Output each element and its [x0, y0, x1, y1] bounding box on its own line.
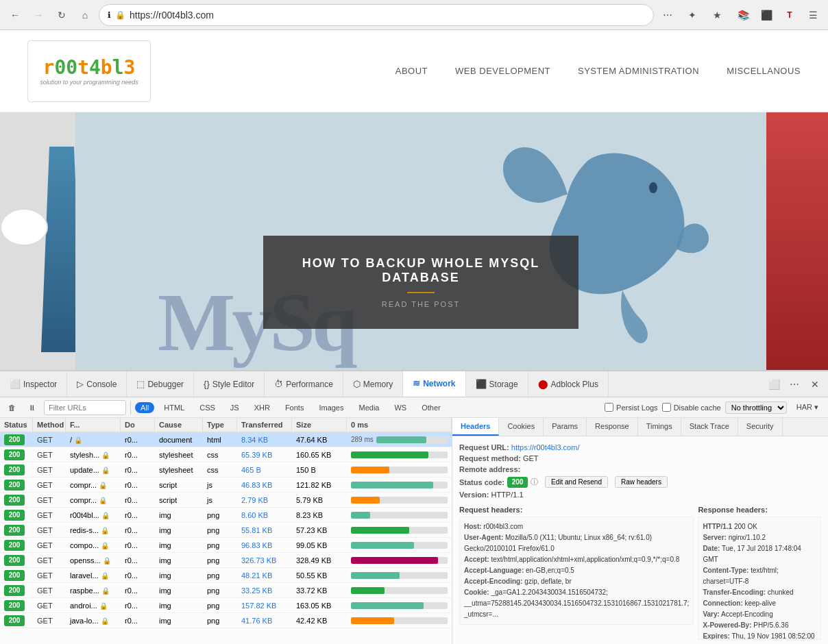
hero-overlay: HOW TO BACKUP WHOLE MYSQL DATABASE READ … — [263, 236, 579, 329]
detail-tab-security[interactable]: Security — [738, 418, 783, 436]
detail-tab-response[interactable]: Response — [587, 418, 638, 436]
table-row[interactable]: 200 GET compo... 🔒 r0... img png 96.83 K… — [0, 538, 452, 553]
col-header-method[interactable]: Method — [33, 418, 66, 432]
tab-performance[interactable]: ⏱ Performance — [265, 371, 343, 397]
disable-cache-label[interactable]: Disable cache — [662, 403, 721, 412]
pause-button[interactable]: ⏸ — [24, 402, 40, 413]
persist-logs-checkbox[interactable] — [605, 403, 613, 412]
throttle-select[interactable]: No throttling — [725, 401, 787, 414]
request-header-item: Accept: text/html,application/xhtml+xml,… — [464, 554, 689, 565]
persist-logs-label[interactable]: Persist Logs — [605, 403, 658, 412]
filter-all[interactable]: All — [135, 402, 154, 413]
tab-network[interactable]: ≋ Network — [403, 371, 465, 397]
bookmark-star[interactable]: ★ — [707, 5, 727, 25]
memory-icon: ⬡ — [353, 379, 361, 389]
status-info-icon[interactable]: ⓘ — [531, 477, 538, 487]
filter-ws[interactable]: WS — [389, 402, 412, 413]
filter-media[interactable]: Media — [353, 402, 385, 413]
tab-memory[interactable]: ⬡ Memory — [343, 371, 403, 397]
table-row[interactable]: 200 GET stylesh... 🔒 r0... stylesheet cs… — [0, 447, 452, 462]
performance-label: Performance — [286, 380, 333, 389]
detail-tab-cookies[interactable]: Cookies — [499, 418, 544, 436]
back-button[interactable]: ← — [5, 5, 25, 25]
tab-adblock[interactable]: ⬤ Adblock Plus — [528, 371, 609, 397]
table-row[interactable]: 200 GET raspbe... 🔒 r0... img png 33.25 … — [0, 583, 452, 598]
tab-storage[interactable]: ⬛ Storage — [466, 371, 528, 397]
site-nav: r00t4bl3 solution to your programming ne… — [0, 30, 828, 112]
clear-button[interactable]: 🗑 — [4, 402, 20, 413]
tab-debugger[interactable]: ⬚ Debugger — [127, 371, 194, 397]
nav-misc[interactable]: MISCELLANOUS — [727, 66, 801, 76]
col-header-transferred[interactable]: Transferred — [237, 418, 292, 432]
har-button[interactable]: HAR ▾ — [791, 401, 824, 413]
toolbar-divider — [130, 401, 131, 414]
tab-console[interactable]: ▷ Console — [67, 371, 127, 397]
nav-sysadmin[interactable]: SYSTEM ADMINISTRATION — [578, 66, 699, 76]
nav-about[interactable]: ABOUT — [395, 66, 428, 76]
table-row[interactable]: 200 GET update... 🔒 r0... stylesheet css… — [0, 462, 452, 478]
detail-tab-stack-trace[interactable]: Stack Trace — [681, 418, 738, 436]
table-row[interactable]: 200 GET compr... 🔒 r0... script js 46.83… — [0, 478, 452, 493]
style-editor-icon: {} — [204, 379, 210, 389]
sidebar-button[interactable]: ⬛ — [757, 5, 776, 25]
inspector-icon: ⬜ — [10, 379, 21, 389]
detail-tab-headers[interactable]: Headers — [452, 418, 499, 436]
raw-headers-button[interactable]: Raw headers — [615, 476, 668, 488]
home-button[interactable]: ⌂ — [75, 5, 95, 25]
col-header-time[interactable]: 0 ms — [347, 418, 452, 432]
filter-other[interactable]: Other — [416, 402, 446, 413]
filter-js[interactable]: JS — [225, 402, 245, 413]
table-row[interactable]: 200 GET redis-s... 🔒 r0... img png 55.81… — [0, 523, 452, 538]
table-row[interactable]: 200 GET / 🔒 r0... document html 8.34 KB … — [0, 432, 452, 447]
table-row[interactable]: 200 GET compr... 🔒 r0... script js 2.79 … — [0, 493, 452, 508]
tab-inspector[interactable]: ⬜ Inspector — [0, 371, 67, 397]
filter-css[interactable]: CSS — [194, 402, 221, 413]
col-header-type[interactable]: Type — [203, 418, 237, 432]
url-bar[interactable]: ℹ 🔒 https://r00t4bl3.com — [99, 4, 654, 26]
table-row[interactable]: 200 GET java-lo... 🔒 r0... img png 41.76… — [0, 613, 452, 628]
hero-area: MySq HOW TO BACKUP WHOLE MYSQL DATABASE … — [0, 112, 828, 370]
devtools-dock-button[interactable]: ⬜ — [765, 375, 783, 393]
detail-tab-timings[interactable]: Timings — [638, 418, 681, 436]
table-row[interactable]: 200 GET androi... 🔒 r0... img png 157.82… — [0, 598, 452, 613]
remote-address-label: Remote address: — [459, 465, 520, 473]
edit-resend-button[interactable]: Edit and Resend — [545, 476, 608, 488]
col-header-file[interactable]: F... — [66, 418, 121, 432]
memory-label: Memory — [363, 380, 393, 389]
storage-icon: ⬛ — [476, 379, 487, 389]
table-row[interactable]: 200 GET openss... 🔒 r0... img png 326.73… — [0, 553, 452, 568]
disable-cache-checkbox[interactable] — [662, 403, 671, 412]
hero-cta[interactable]: READ THE POST — [297, 300, 544, 308]
table-row[interactable]: 200 GET r00t4bl... 🔒 r0... img png 8.60 … — [0, 508, 452, 523]
devtools-more-button[interactable]: ⋯ — [786, 375, 803, 393]
col-header-size[interactable]: Size — [292, 418, 347, 432]
table-row[interactable]: 200 GET laravel... 🔒 r0... img png 48.21… — [0, 568, 452, 583]
filter-html[interactable]: HTML — [158, 402, 190, 413]
forward-button[interactable]: → — [29, 5, 48, 25]
filter-input[interactable] — [44, 400, 126, 415]
col-header-status[interactable]: Status — [0, 418, 33, 432]
nav-webdev[interactable]: WEB DEVELOPMENT — [455, 66, 550, 76]
col-header-domain[interactable]: Do — [121, 418, 155, 432]
detail-tab-params[interactable]: Params — [544, 418, 587, 436]
response-headers-title: Response headers: — [698, 506, 821, 514]
tab-style-editor[interactable]: {} Style Editor — [194, 371, 265, 397]
filter-fonts[interactable]: Fonts — [280, 402, 310, 413]
filter-xhr[interactable]: XHR — [249, 402, 276, 413]
debugger-icon: ⬚ — [136, 379, 145, 389]
more-button[interactable]: ⋯ — [658, 5, 677, 25]
console-icon: ▷ — [77, 379, 84, 389]
storage-label: Storage — [489, 380, 518, 389]
menu-button[interactable]: ☰ — [803, 5, 823, 25]
devtools-close-button[interactable]: ✕ — [806, 375, 824, 393]
bookmark-pocket[interactable]: ✦ — [683, 5, 702, 25]
library-button[interactable]: 📚 — [733, 5, 753, 25]
col-header-cause[interactable]: Cause — [155, 418, 203, 432]
response-headers-col: Response headers: HTTP/1.1 200 OKServer:… — [698, 506, 821, 640]
request-detail: HeadersCookiesParamsResponseTimingsStack… — [452, 418, 828, 644]
response-header-item: Vary: Accept-Encoding — [703, 609, 816, 620]
url-text: https://r00t4bl3.com — [130, 10, 645, 21]
tracking-button[interactable]: T — [780, 5, 799, 25]
reload-button[interactable]: ↻ — [52, 5, 71, 25]
filter-images[interactable]: Images — [313, 402, 349, 413]
